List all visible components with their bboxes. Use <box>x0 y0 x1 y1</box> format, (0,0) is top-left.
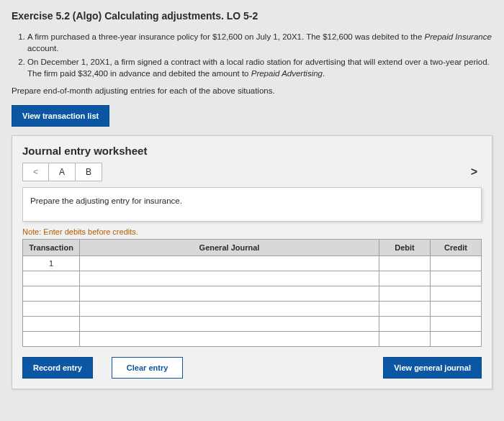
table-row <box>23 317 482 332</box>
col-debit: Debit <box>379 240 431 256</box>
view-transaction-list-button[interactable]: View transaction list <box>12 105 109 127</box>
problem-list: A firm purchased a three-year insurance … <box>27 32 492 79</box>
clear-entry-button[interactable]: Clear entry <box>112 357 183 379</box>
problem-2-term: Prepaid Advertising <box>251 69 323 78</box>
problem-2-text-post: . <box>323 69 325 78</box>
problem-1-term: Prepaid Insurance <box>425 32 492 41</box>
record-entry-button[interactable]: Record entry <box>22 357 93 379</box>
cell-account[interactable] <box>80 332 379 347</box>
problem-1-text-post: account. <box>27 44 58 53</box>
table-row <box>23 332 482 347</box>
cell-debit[interactable] <box>379 302 431 317</box>
cell-credit[interactable] <box>431 332 482 347</box>
cell-account[interactable] <box>80 271 379 286</box>
cell-credit[interactable] <box>431 286 482 302</box>
cell-account[interactable] <box>80 317 379 332</box>
exercise-title: Exercise 5.2 (Algo) Calculating adjustme… <box>12 10 492 22</box>
tab-prev[interactable]: < <box>22 163 49 181</box>
table-row <box>23 271 482 286</box>
cell-account[interactable] <box>80 256 379 271</box>
cell-credit[interactable] <box>431 302 482 317</box>
cell-transaction <box>23 286 80 302</box>
table-row <box>23 302 482 317</box>
cell-transaction <box>23 317 80 332</box>
col-credit: Credit <box>431 240 482 256</box>
cell-debit[interactable] <box>379 256 431 271</box>
col-general-journal: General Journal <box>80 240 379 256</box>
cell-account[interactable] <box>80 286 379 302</box>
cell-transaction <box>23 332 80 347</box>
tab-a[interactable]: A <box>48 163 76 181</box>
cell-credit[interactable] <box>431 271 482 286</box>
cell-debit[interactable] <box>379 271 431 286</box>
cell-account[interactable] <box>80 302 379 317</box>
problem-item-2: On December 1, 20X1, a firm signed a con… <box>27 57 492 79</box>
cell-credit[interactable] <box>431 317 482 332</box>
cell-debit[interactable] <box>379 317 431 332</box>
journal-table: Transaction General Journal Debit Credit… <box>22 239 482 347</box>
tab-b[interactable]: B <box>75 163 102 181</box>
problem-item-1: A firm purchased a three-year insurance … <box>27 32 492 54</box>
table-row <box>23 286 482 302</box>
journal-worksheet: Journal entry worksheet < A B > Prepare … <box>12 135 492 389</box>
cell-debit[interactable] <box>379 332 431 347</box>
tab-next[interactable]: > <box>467 166 482 178</box>
cell-transaction <box>23 271 80 286</box>
problem-1-text: A firm purchased a three-year insurance … <box>27 32 425 41</box>
debits-before-credits-note: Note: Enter debits before credits. <box>22 227 482 236</box>
cell-debit[interactable] <box>379 286 431 302</box>
entry-prompt: Prepare the adjusting entry for insuranc… <box>22 187 482 222</box>
worksheet-title: Journal entry worksheet <box>22 145 482 157</box>
cell-transaction <box>23 302 80 317</box>
view-general-journal-button[interactable]: View general journal <box>383 357 482 379</box>
table-row: 1 <box>23 256 482 271</box>
instruction-text: Prepare end-of-month adjusting entries f… <box>12 86 492 95</box>
cell-transaction-1: 1 <box>23 256 80 271</box>
entry-tabs: < A B <box>22 163 102 181</box>
col-transaction: Transaction <box>23 240 80 256</box>
cell-credit[interactable] <box>431 256 482 271</box>
